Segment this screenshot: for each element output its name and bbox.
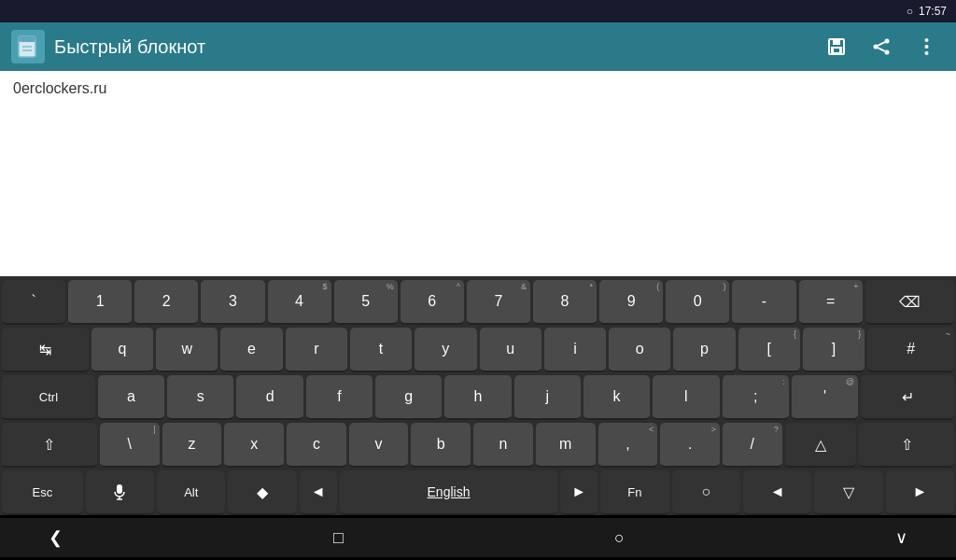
key-nav-forward[interactable]: ►	[886, 470, 954, 515]
key-circle-small[interactable]: ○	[672, 470, 740, 515]
key-backtick[interactable]: `	[2, 280, 65, 325]
key-4[interactable]: $4	[268, 280, 331, 325]
text-editor[interactable]: 0erclockers.ru	[0, 71, 956, 276]
key-bracket-left[interactable]: {[	[738, 328, 800, 372]
key-equals[interactable]: +=	[799, 280, 863, 325]
time-display: 17:57	[919, 5, 947, 18]
key-t[interactable]: t	[350, 328, 412, 372]
key-shift-right[interactable]: ⇧	[859, 423, 954, 468]
svg-point-9	[885, 50, 890, 55]
key-lang-arrow-right[interactable]: ►	[560, 470, 598, 515]
title-bar: Быстрый блокнот	[0, 22, 956, 71]
key-language[interactable]: English	[340, 470, 557, 515]
nav-recents-button[interactable]: ○	[603, 523, 636, 553]
key-w[interactable]: w	[156, 328, 218, 372]
key-nav-back[interactable]: ◄	[743, 470, 811, 515]
key-q[interactable]: q	[91, 328, 153, 372]
key-s[interactable]: s	[167, 375, 233, 420]
keyboard: ` 1 2 3 $4 %5 ^6 &7 *8 (9 )0 - += ⌫ ↹ q …	[0, 276, 956, 515]
key-backspace[interactable]: ⌫	[865, 280, 954, 325]
key-h[interactable]: h	[444, 375, 511, 420]
key-slash[interactable]: ?/	[723, 423, 782, 468]
key-enter[interactable]: ↵	[861, 375, 954, 420]
key-o[interactable]: o	[609, 328, 670, 372]
key-backslash[interactable]: |\	[100, 423, 160, 468]
svg-point-10	[874, 45, 879, 49]
svg-line-11	[878, 42, 885, 46]
key-shift-left[interactable]: ⇧	[2, 423, 97, 468]
key-semicolon[interactable]: :;	[723, 375, 789, 420]
key-r[interactable]: r	[286, 328, 347, 372]
battery-icon: ○	[907, 5, 913, 18]
app-icon	[11, 30, 45, 63]
keyboard-row-asdf: Ctrl a s d f g h j k l :; @' ↵	[2, 375, 954, 420]
key-k[interactable]: k	[583, 375, 650, 420]
key-3[interactable]: 3	[201, 280, 264, 325]
key-minus[interactable]: -	[732, 280, 795, 325]
key-bracket-right[interactable]: }]	[803, 328, 865, 372]
key-v[interactable]: v	[349, 423, 409, 468]
key-lang-arrow-left[interactable]: ◄	[300, 470, 337, 515]
svg-point-8	[885, 39, 890, 44]
key-m[interactable]: m	[536, 423, 596, 468]
key-esc[interactable]: Esc	[2, 470, 83, 515]
key-7[interactable]: &7	[467, 280, 530, 325]
key-mic[interactable]	[86, 470, 154, 515]
key-triangle-up[interactable]: △	[785, 423, 856, 468]
key-j[interactable]: j	[514, 375, 581, 420]
nav-home-button[interactable]: □	[322, 523, 355, 553]
keyboard-row-numbers: ` 1 2 3 $4 %5 ^6 &7 *8 (9 )0 - += ⌫	[2, 280, 954, 325]
key-f[interactable]: f	[306, 375, 373, 420]
key-fn[interactable]: Fn	[600, 470, 668, 515]
key-nav-down[interactable]: ▽	[814, 470, 882, 515]
keyboard-row-bottom: Esc Alt ◆ ◄ English ► Fn ○ ◄ ▽ ►	[2, 470, 954, 515]
save-button[interactable]	[818, 28, 855, 65]
key-hash[interactable]: ~#	[867, 328, 954, 372]
app-title: Быстрый блокнот	[54, 36, 818, 58]
key-9[interactable]: (9	[599, 280, 663, 325]
more-menu-button[interactable]	[907, 28, 945, 65]
key-comma[interactable]: <,	[598, 423, 658, 468]
key-1[interactable]: 1	[68, 280, 132, 325]
text-content: 0erclockers.ru	[13, 80, 106, 96]
key-c[interactable]: c	[287, 423, 346, 468]
key-quote[interactable]: @'	[792, 375, 858, 420]
key-u[interactable]: u	[480, 328, 541, 372]
svg-point-14	[924, 45, 928, 49]
nav-menu-button[interactable]: ∨	[884, 522, 919, 553]
key-6[interactable]: ^6	[401, 280, 464, 325]
key-alt[interactable]: Alt	[157, 470, 225, 515]
nav-back-button[interactable]: ❮	[37, 522, 74, 553]
key-g[interactable]: g	[375, 375, 442, 420]
key-e[interactable]: e	[220, 328, 282, 372]
key-8[interactable]: *8	[533, 280, 597, 325]
svg-point-13	[924, 38, 928, 42]
key-ctrl[interactable]: Ctrl	[2, 375, 95, 420]
key-0[interactable]: )0	[666, 280, 729, 325]
key-p[interactable]: p	[673, 328, 735, 372]
keyboard-row-qwerty: ↹ q w e r t y u i o p {[ }] ~#	[2, 328, 954, 372]
svg-rect-16	[117, 484, 122, 494]
share-button[interactable]	[863, 28, 900, 65]
key-i[interactable]: i	[544, 328, 606, 372]
svg-rect-5	[833, 39, 840, 45]
key-2[interactable]: 2	[134, 280, 198, 325]
key-y[interactable]: y	[415, 328, 476, 372]
status-bar: ○ 17:57	[0, 0, 956, 22]
svg-rect-1	[19, 36, 35, 42]
key-a[interactable]: a	[98, 375, 164, 420]
key-tab[interactable]: ↹	[2, 328, 89, 372]
key-n[interactable]: n	[473, 423, 533, 468]
svg-point-15	[924, 51, 928, 55]
key-5[interactable]: %5	[334, 280, 398, 325]
svg-line-12	[878, 48, 885, 51]
key-l[interactable]: l	[653, 375, 719, 420]
key-z[interactable]: z	[162, 423, 222, 468]
bottom-nav: ❮ □ ○ ∨	[0, 518, 956, 557]
keyboard-row-zxcv: ⇧ |\ z x c v b n m <, >. ?/ △ ⇧	[2, 423, 954, 468]
key-diamond[interactable]: ◆	[228, 470, 296, 515]
key-x[interactable]: x	[224, 423, 284, 468]
key-d[interactable]: d	[236, 375, 302, 420]
key-b[interactable]: b	[411, 423, 471, 468]
key-period[interactable]: >.	[660, 423, 720, 468]
